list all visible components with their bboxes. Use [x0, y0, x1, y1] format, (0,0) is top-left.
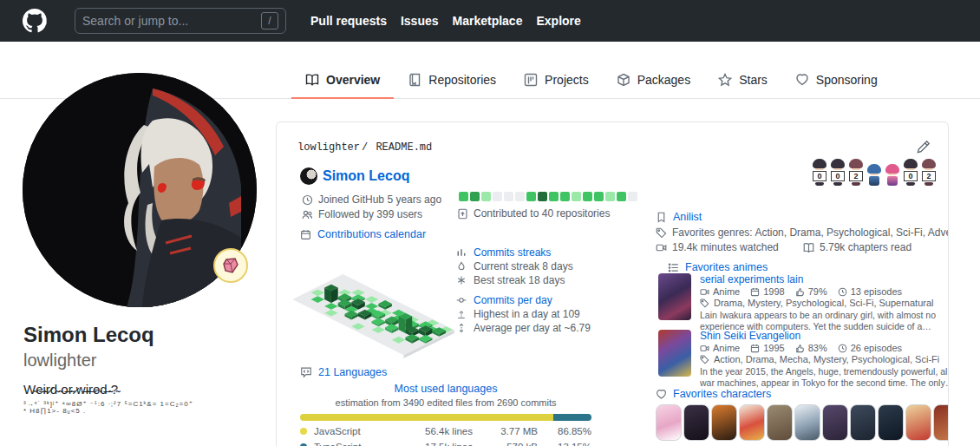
- best-streak-text: Best streak 18 days: [474, 274, 565, 286]
- character-thumbnail[interactable]: [878, 404, 904, 441]
- search-box[interactable]: /: [75, 8, 286, 34]
- calendar-icon: [750, 344, 760, 353]
- tab-packages[interactable]: Packages: [603, 61, 704, 99]
- readme-user-name[interactable]: Simon Lecoq: [323, 168, 409, 184]
- pencil-icon[interactable]: [917, 140, 931, 154]
- contributions-isometric-chart: [289, 244, 458, 362]
- most-used-languages-link[interactable]: Most used languages: [300, 383, 591, 395]
- code-comment-icon: [300, 366, 312, 378]
- tab-sponsoring[interactable]: Sponsoring: [781, 61, 892, 99]
- navbar-links: Pull requests Issues Marketplace Explore: [310, 14, 581, 28]
- anime-title[interactable]: serial experiments lain: [700, 273, 949, 285]
- nav-link-pull-requests[interactable]: Pull requests: [310, 14, 387, 28]
- most-used-languages: Most used languages estimation from 3490…: [300, 383, 591, 446]
- github-logo-icon[interactable]: [21, 7, 49, 35]
- tab-label: Packages: [637, 73, 690, 87]
- anime-title[interactable]: Shin Seiki Evangelion: [700, 330, 949, 342]
- anime-description: Lain Iwakura appears to be an ordinary g…: [700, 310, 949, 331]
- anime-meta: Anime 1995 83% 26 episodes: [700, 343, 949, 353]
- anime-thumbnail[interactable]: [658, 330, 691, 377]
- highest-day-text: Highest in a day at 109: [474, 308, 580, 320]
- counter-sprite: 0: [902, 159, 919, 186]
- people-icon: [302, 209, 313, 220]
- nav-link-issues[interactable]: Issues: [401, 14, 439, 28]
- heart-icon: [656, 389, 667, 400]
- commits-per-day-link[interactable]: Commits per day: [456, 293, 591, 306]
- language-lines: 56.4k lines: [390, 426, 473, 436]
- contributed-row: Contributed to 40 repositories: [457, 207, 610, 220]
- package-icon: [617, 73, 630, 87]
- character-thumbnail[interactable]: [739, 404, 765, 441]
- nav-link-marketplace[interactable]: Marketplace: [453, 14, 523, 28]
- breadcrumb-repo[interactable]: lowlighter: [297, 141, 360, 154]
- counter-sprite: 2: [920, 159, 938, 186]
- list-icon: [668, 262, 679, 273]
- tab-label: Sponsoring: [816, 73, 878, 87]
- tab-overview[interactable]: Overview: [291, 61, 394, 99]
- anime-genres: Drama, Mystery, Psychological, Sci-Fi, S…: [700, 298, 949, 308]
- language-percent: 13.15%: [538, 442, 591, 446]
- top-navbar: / Pull requests Issues Marketplace Explo…: [0, 0, 980, 42]
- contributions-calendar-link[interactable]: Contributions calendar: [300, 228, 426, 240]
- profile-bio-glitch: ³→ˢ˙ ³ᵏ]ʲ⁺ ⁴∞8Ø⁺ ⁻¹:6 ∙;²7 ⁵=C1ᵏ&= 1=C₂=…: [23, 401, 197, 415]
- character-thumbnail[interactable]: [656, 404, 682, 441]
- anime-thumbnail[interactable]: [658, 273, 691, 320]
- video-icon: [700, 344, 709, 353]
- calendar-icon: [300, 229, 311, 240]
- bookmark-icon: [656, 212, 667, 223]
- character-thumbnail[interactable]: [683, 404, 709, 441]
- tab-repositories[interactable]: Repositories: [394, 61, 510, 99]
- anilist-link[interactable]: Anilist: [656, 211, 702, 223]
- character-thumbnail[interactable]: [933, 404, 949, 441]
- project-icon: [524, 73, 538, 87]
- commits-per-day-label: Commits per day: [474, 294, 552, 306]
- readme-user-row: Simon Lecoq: [300, 167, 409, 185]
- favorites-animes-link[interactable]: Favorites animes: [668, 261, 768, 273]
- character-thumbnail[interactable]: [794, 404, 820, 441]
- character-thumbnail[interactable]: [822, 404, 848, 441]
- calendar-icon: [750, 287, 760, 297]
- counter-sprite: [884, 164, 901, 186]
- commits-streaks-link[interactable]: Commits streaks: [456, 246, 591, 259]
- tab-label: Repositories: [428, 73, 496, 87]
- character-thumbnail[interactable]: [850, 404, 876, 441]
- commits-streaks-label: Commits streaks: [474, 246, 551, 259]
- counter-sprite: 2: [847, 159, 865, 186]
- achievement-badge[interactable]: [213, 248, 248, 283]
- favorites-characters-link[interactable]: Favorites characters: [656, 388, 771, 400]
- character-thumbnail[interactable]: [767, 404, 793, 441]
- contributed-text: Contributed to 40 repositories: [474, 207, 610, 220]
- breadcrumb-separator: /: [362, 141, 368, 154]
- arrows-vertical-icon: [456, 323, 467, 333]
- favorite-characters-row: [656, 404, 949, 441]
- anime-entry-evangelion: Shin Seiki Evangelion Anime 1995 83% 26 …: [658, 330, 944, 388]
- language-row-javascript: JavaScript 56.4k lines 3.77 MB 86.85%: [300, 426, 591, 436]
- repo-push-icon: [457, 208, 468, 220]
- tab-label: Stars: [739, 73, 768, 87]
- readme-breadcrumb: lowlighter/ README.md: [297, 141, 434, 154]
- languages-link[interactable]: 21 Languages: [300, 366, 387, 378]
- repo-icon: [408, 73, 421, 87]
- gem-icon: [221, 256, 240, 275]
- character-thumbnail[interactable]: [711, 404, 737, 441]
- language-percent: 86.85%: [538, 426, 591, 436]
- nav-link-explore[interactable]: Explore: [536, 14, 580, 28]
- mini-avatar: [300, 167, 317, 185]
- character-thumbnail[interactable]: [905, 404, 931, 441]
- pixel-counter-sprites: 0 0 2 0 2: [811, 159, 938, 186]
- search-input[interactable]: [82, 14, 261, 28]
- tab-stars[interactable]: Stars: [704, 61, 781, 99]
- breadcrumb-file[interactable]: README.md: [376, 141, 432, 154]
- tab-projects[interactable]: Projects: [510, 61, 603, 99]
- chapters-read: 5.79k chapters read: [803, 241, 911, 253]
- languages-bar: [300, 414, 591, 421]
- minutes-watched: 19.4k minutes watched: [656, 241, 803, 253]
- chapters-read-text: 5.79k chapters read: [820, 241, 911, 253]
- tag-icon: [700, 355, 709, 364]
- average-day-row: Average per day at ~6.79: [456, 321, 591, 334]
- tab-label: Projects: [545, 73, 589, 87]
- contributions-calendar-label: Contributions calendar: [317, 228, 426, 240]
- languages-bar-javascript: [300, 414, 553, 421]
- tag-icon: [656, 227, 667, 239]
- languages-estimation: estimation from 3490 edited files from 2…: [300, 397, 591, 408]
